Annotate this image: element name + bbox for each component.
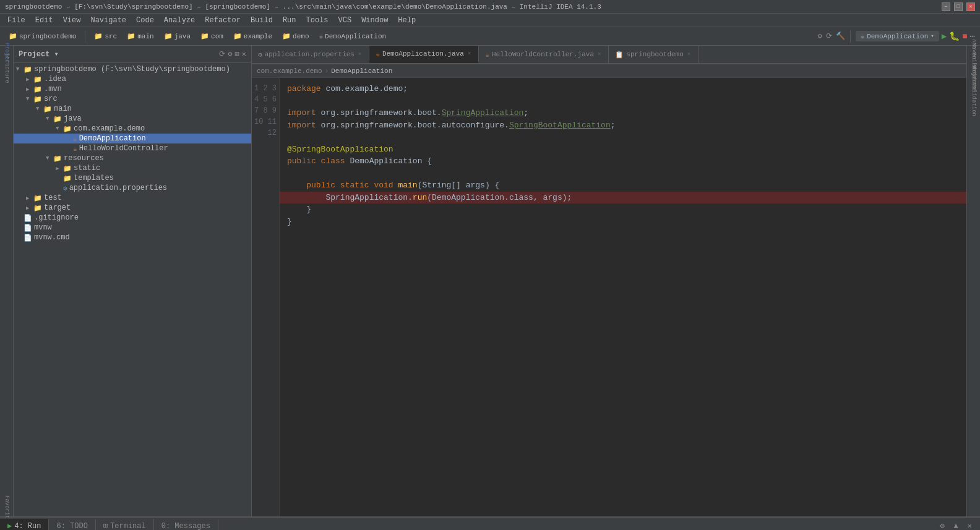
toolbar-com[interactable]: 📁 com (197, 31, 227, 41)
tree-arrow-icon: ▶ (26, 76, 33, 83)
tree-file-icon: ⚙ (63, 184, 67, 192)
tree-item[interactable]: ▼📁java (14, 114, 251, 124)
project-sync-icon[interactable]: ⟳ (219, 49, 225, 59)
todo-tab-label: 6: TODO (56, 522, 87, 531)
tree-item[interactable]: 📁templates (14, 173, 251, 183)
run-configuration[interactable]: ☕ DemoApplication ▾ (856, 31, 939, 41)
tree-file-icon: 📁 (33, 204, 42, 212)
minimize-button[interactable]: – (942, 2, 950, 11)
code-content[interactable]: package com.example.demo; import org.spr… (280, 78, 966, 516)
menu-help[interactable]: Help (393, 15, 421, 26)
favorites-tool-button[interactable]: Favorites (1, 504, 13, 516)
tree-item-label: com.example.demo (74, 124, 145, 133)
toolbar-example[interactable]: 📁 example (230, 31, 276, 41)
menu-run[interactable]: Run (278, 15, 301, 26)
tree-item[interactable]: ▶📁test (14, 193, 251, 203)
tree-item[interactable]: ☕DemoApplication (14, 134, 251, 143)
tab-close-button[interactable]: × (466, 51, 472, 57)
project-settings-icon[interactable]: ⚙ (228, 49, 232, 59)
main-layout: Project Structure Favorites Project ▾ ⟳ … (0, 46, 980, 516)
tree-item[interactable]: 📄mvnw (14, 223, 251, 233)
tree-item[interactable]: 📄mvnw.cmd (14, 233, 251, 242)
run-config-arrow: ▾ (931, 33, 934, 40)
menu-code[interactable]: Code (131, 15, 159, 26)
toolbar-sep-2 (850, 30, 851, 43)
tab-close-button[interactable]: × (686, 51, 692, 58)
editor-tab[interactable]: ☕HelloWorldController.java× (479, 46, 609, 63)
stop-button[interactable]: ■ (962, 32, 967, 41)
bottom-close-icon[interactable]: ✕ (964, 521, 975, 531)
tree-item-label: .mvn (44, 85, 62, 93)
tree-item[interactable]: ▶📁.mvn (14, 84, 251, 94)
editor-tab[interactable]: 📋springbootdemo× (609, 46, 698, 63)
tab-file-icon: ⚙ (258, 51, 262, 59)
tab-label: springbootdemo (626, 51, 683, 58)
project-layout-icon[interactable]: ⊞ (235, 49, 239, 59)
menu-view[interactable]: View (58, 15, 86, 26)
tree-item[interactable]: ▼📁main (14, 104, 251, 114)
messages-tab[interactable]: 0: Messages (154, 519, 218, 531)
editor-area: ⚙application.properties×☕DemoApplication… (252, 46, 966, 516)
run-tab[interactable]: ▶ 4: Run (0, 519, 49, 530)
tab-close-button[interactable]: × (596, 51, 602, 58)
tab-label: HelloWorldController.java (492, 51, 594, 58)
menu-navigate[interactable]: Navigate (85, 15, 131, 26)
structure-tool-button[interactable]: Structure (1, 62, 13, 74)
menu-edit[interactable]: Edit (30, 15, 58, 26)
bottom-panel: ▶ 4: Run 6: TODO ⊞ Terminal 0: Messages … (0, 516, 980, 530)
tab-label: application.properties (265, 51, 355, 58)
tab-close-button[interactable]: × (357, 51, 363, 58)
tree-item[interactable]: ▶📁target (14, 203, 251, 213)
tree-file-icon: 📄 (24, 234, 32, 242)
toolbar-sync-icon: ⟳ (826, 32, 832, 41)
menu-build[interactable]: Build (246, 15, 278, 26)
editor-tab[interactable]: ⚙application.properties× (252, 46, 369, 63)
close-button[interactable]: ✕ (966, 2, 975, 11)
tree-item[interactable]: ▶📁.idea (14, 74, 251, 84)
run-button[interactable]: ▶ (942, 31, 947, 41)
tree-item-label: mvnw.cmd (34, 233, 70, 242)
tree-item[interactable]: ☕HelloWorldController (14, 143, 251, 153)
tree-arrow-icon: ▶ (26, 86, 33, 93)
tree-file-icon: 📁 (63, 165, 72, 173)
bean-validation-panel[interactable]: Bean Validation (968, 85, 980, 96)
toolbar-main[interactable]: 📁 main (123, 31, 157, 41)
toolbar-demo[interactable]: 📁 demo (278, 31, 312, 41)
tree-item[interactable]: 📄.gitignore (14, 213, 251, 223)
debug-button[interactable]: 🐛 (949, 31, 960, 41)
tree-item-label: .gitignore (34, 213, 79, 222)
project-close-icon[interactable]: ✕ (242, 49, 246, 59)
tree-item[interactable]: ▼📁com.example.demo (14, 124, 251, 134)
demoapp-icon: ☕ (319, 32, 323, 40)
src-icon: 📁 (94, 32, 103, 40)
tree-item-label: static (74, 164, 100, 173)
tree-item[interactable]: ▼📁resources (14, 153, 251, 163)
menu-window[interactable]: Window (356, 15, 393, 26)
menu-file[interactable]: File (2, 15, 30, 26)
bottom-expand-icon[interactable]: ▲ (950, 521, 961, 531)
menu-refactor[interactable]: Refactor (200, 15, 246, 26)
code-editor[interactable]: 1 2 3 4 5 6 7 8 9 10 11 12 package com.e… (252, 78, 966, 516)
todo-tab[interactable]: 6: TODO (49, 519, 95, 531)
tree-item[interactable]: ▶📁static (14, 163, 251, 173)
demo-icon: 📁 (282, 32, 291, 40)
project-tree: ▼📁springbootdemo (F:\svn\Study\springboo… (14, 63, 251, 516)
toolbar: 📁 springbootdemo 📁 src 📁 main 📁 java 📁 c… (0, 27, 980, 46)
menu-vcs[interactable]: VCS (333, 15, 357, 26)
toolbar-build-icon: 🔨 (836, 32, 845, 41)
tree-item[interactable]: ▼📁src (14, 94, 251, 104)
toolbar-src[interactable]: 📁 src (90, 31, 121, 41)
menu-analyze[interactable]: Analyze (159, 15, 200, 26)
toolbar-java[interactable]: 📁 java (160, 31, 194, 41)
toolbar-project[interactable]: 📁 springbootdemo (5, 31, 80, 41)
tree-arrow-icon: ▶ (26, 195, 33, 202)
editor-tab[interactable]: ☕DemoApplication.java× (369, 46, 479, 63)
tree-item[interactable]: ▼📁springbootdemo (F:\svn\Study\springboo… (14, 64, 251, 74)
terminal-tab[interactable]: ⊞ Terminal (96, 519, 154, 530)
tree-item[interactable]: ⚙application.properties (14, 183, 251, 193)
maximize-button[interactable]: □ (954, 2, 963, 11)
bottom-settings-icon[interactable]: ⚙ (937, 521, 948, 531)
menu-bar: File Edit View Navigate Code Analyze Ref… (0, 14, 980, 27)
toolbar-demoapp[interactable]: ☕ DemoApplication (315, 31, 390, 41)
menu-tools[interactable]: Tools (301, 15, 333, 26)
